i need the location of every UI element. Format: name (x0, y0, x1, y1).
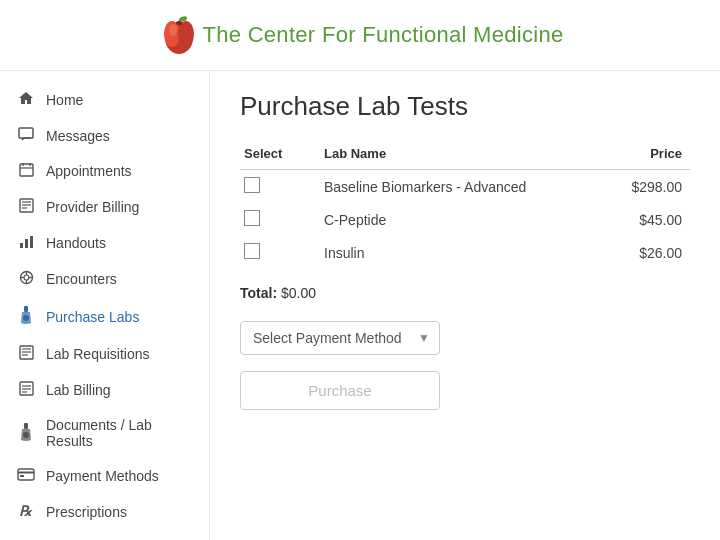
lab-tests-table: Select Lab Name Price Baseline Biomarker… (240, 142, 690, 269)
sidebar-item-encounters[interactable]: Encounters (0, 261, 209, 297)
svg-rect-6 (19, 128, 33, 138)
lab-name-cell-1: Baseline Biomarkers - Advanced (320, 170, 606, 204)
svg-rect-15 (20, 243, 23, 248)
table-row: Insulin $26.00 (240, 236, 690, 269)
price-cell-3: $26.00 (606, 236, 690, 269)
sidebar-label-provider-billing: Provider Billing (46, 199, 139, 215)
layout: Home Messages Appointments (0, 71, 720, 540)
payment-method-wrapper: Select Payment Method ▼ (240, 321, 690, 355)
sidebar-label-purchase-labs: Purchase Labs (46, 309, 139, 325)
svg-rect-16 (25, 239, 28, 248)
messages-icon (16, 127, 36, 144)
purchase-button[interactable]: Purchase (240, 371, 440, 410)
svg-point-19 (24, 275, 29, 280)
sidebar-item-provider-billing[interactable]: Provider Billing (0, 189, 209, 225)
svg-rect-17 (30, 236, 33, 248)
lab-checkbox-2[interactable] (244, 210, 260, 226)
sidebar-item-messages[interactable]: Messages (0, 118, 209, 153)
sidebar: Home Messages Appointments (0, 71, 210, 540)
svg-rect-7 (20, 164, 33, 176)
svg-point-2 (178, 21, 194, 47)
header: The Center For Functional Medicine (0, 0, 720, 71)
lab-checkbox-3[interactable] (244, 243, 260, 259)
appointments-icon (16, 162, 36, 180)
lab-name-cell-2: C-Peptide (320, 203, 606, 236)
home-icon (16, 90, 36, 109)
col-header-lab-name: Lab Name (320, 142, 606, 170)
price-cell-1: $298.00 (606, 170, 690, 204)
select-cell-3[interactable] (240, 236, 320, 269)
sidebar-label-home: Home (46, 92, 83, 108)
encounters-icon (16, 270, 36, 288)
sidebar-label-appointments: Appointments (46, 163, 132, 179)
payment-select-container: Select Payment Method ▼ (240, 321, 440, 355)
sidebar-item-payment-methods[interactable]: Payment Methods (0, 458, 209, 493)
svg-rect-36 (18, 469, 34, 480)
svg-point-25 (23, 315, 29, 321)
svg-rect-38 (20, 475, 24, 477)
lab-name-cell-3: Insulin (320, 236, 606, 269)
lab-checkbox-1[interactable] (244, 177, 260, 193)
svg-rect-24 (24, 306, 28, 312)
sidebar-label-lab-billing: Lab Billing (46, 382, 111, 398)
price-cell-2: $45.00 (606, 203, 690, 236)
documents-icon (16, 423, 36, 444)
handouts-icon (16, 234, 36, 252)
svg-point-5 (176, 21, 182, 25)
sidebar-item-prescriptions[interactable]: ℞ Prescriptions (0, 493, 209, 530)
col-header-price: Price (606, 142, 690, 170)
prescriptions-icon: ℞ (16, 502, 36, 521)
payment-methods-icon (16, 467, 36, 484)
total-row: Total: $0.00 (240, 285, 690, 301)
total-label: Total: (240, 285, 277, 301)
sidebar-label-prescriptions: Prescriptions (46, 504, 127, 520)
select-cell-2[interactable] (240, 203, 320, 236)
apple-logo-icon (156, 12, 202, 58)
sidebar-item-lab-billing[interactable]: Lab Billing (0, 372, 209, 408)
table-row: C-Peptide $45.00 (240, 203, 690, 236)
sidebar-label-handouts: Handouts (46, 235, 106, 251)
lab-requisitions-icon (16, 345, 36, 363)
page-title: Purchase Lab Tests (240, 91, 690, 122)
sidebar-item-documents[interactable]: Documents / Lab Results (0, 408, 209, 458)
sidebar-label-documents: Documents / Lab Results (46, 417, 193, 449)
main-content: Purchase Lab Tests Select Lab Name Price… (210, 71, 720, 540)
sidebar-label-messages: Messages (46, 128, 110, 144)
site-title: The Center For Functional Medicine (202, 22, 563, 48)
sidebar-item-appointments[interactable]: Appointments (0, 153, 209, 189)
sidebar-item-handouts[interactable]: Handouts (0, 225, 209, 261)
purchase-labs-icon (16, 306, 36, 327)
provider-billing-icon (16, 198, 36, 216)
col-header-select: Select (240, 142, 320, 170)
svg-point-3 (169, 24, 177, 36)
svg-rect-34 (24, 423, 28, 429)
svg-point-35 (23, 432, 29, 438)
sidebar-item-purchase-labs[interactable]: Purchase Labs (0, 297, 209, 336)
sidebar-label-lab-requisitions: Lab Requisitions (46, 346, 150, 362)
sidebar-item-home[interactable]: Home (0, 81, 209, 118)
svg-text:℞: ℞ (19, 503, 33, 518)
total-value: $0.00 (281, 285, 316, 301)
sidebar-label-encounters: Encounters (46, 271, 117, 287)
lab-billing-icon (16, 381, 36, 399)
select-cell-1[interactable] (240, 170, 320, 204)
sidebar-label-payment-methods: Payment Methods (46, 468, 159, 484)
payment-method-select[interactable]: Select Payment Method (240, 321, 440, 355)
sidebar-item-lab-requisitions[interactable]: Lab Requisitions (0, 336, 209, 372)
table-row: Baseline Biomarkers - Advanced $298.00 (240, 170, 690, 204)
